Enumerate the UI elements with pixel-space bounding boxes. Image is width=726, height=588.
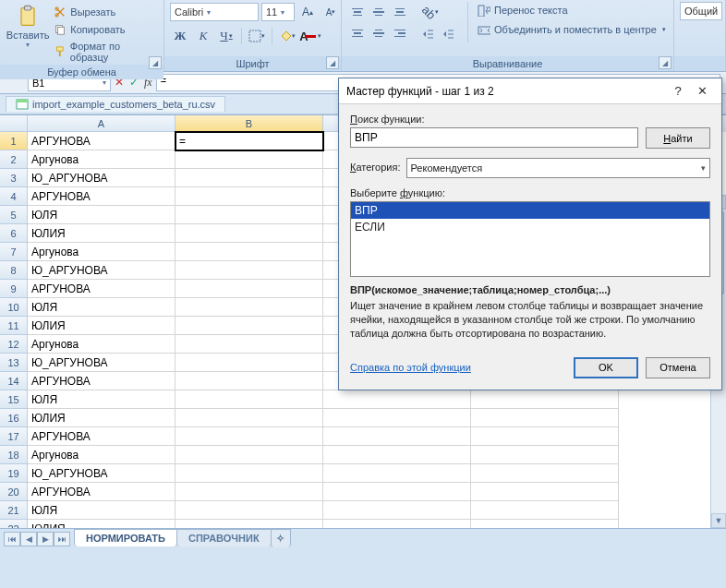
- sheet-nav-next[interactable]: ▶: [37, 532, 54, 546]
- align-dialog-launcher[interactable]: ◢: [659, 56, 672, 69]
- row-header[interactable]: 14: [0, 372, 28, 390]
- cell[interactable]: [323, 464, 471, 483]
- column-header-a[interactable]: A: [28, 115, 175, 132]
- cell[interactable]: [323, 501, 471, 520]
- function-list-item[interactable]: ВПР: [351, 202, 709, 219]
- row-header[interactable]: 21: [0, 501, 28, 520]
- dialog-close-button[interactable]: ✕: [690, 84, 714, 98]
- row-header[interactable]: 18: [0, 446, 28, 464]
- cell[interactable]: ЮЛЯ: [28, 501, 175, 520]
- cell[interactable]: Ю_АРГУНОВА: [28, 354, 175, 372]
- cell[interactable]: [175, 427, 323, 446]
- workbook-tab[interactable]: import_example_customers_beta_ru.csv: [6, 96, 225, 112]
- number-format-combo[interactable]: Общий: [680, 2, 722, 20]
- cell[interactable]: [471, 446, 619, 464]
- help-link[interactable]: Справка по этой функции: [350, 362, 471, 373]
- cell[interactable]: [175, 446, 323, 464]
- cell[interactable]: Аргунова: [28, 150, 175, 169]
- row-header[interactable]: 5: [0, 206, 28, 224]
- sheet-tab-active[interactable]: НОРМИРОВАТЬ: [74, 529, 177, 546]
- cell[interactable]: [175, 390, 323, 409]
- cell[interactable]: АРГУНОВА: [28, 427, 175, 446]
- scroll-down-button[interactable]: ▼: [711, 513, 726, 528]
- font-name-combo[interactable]: Calibri▾: [170, 3, 259, 21]
- row-header[interactable]: 12: [0, 335, 28, 354]
- cell[interactable]: ЮЛИЯ: [28, 409, 175, 427]
- font-dialog-launcher[interactable]: ◢: [326, 56, 339, 69]
- clipboard-dialog-launcher[interactable]: ◢: [149, 56, 162, 69]
- ok-button[interactable]: OK: [574, 357, 638, 378]
- cell[interactable]: [471, 501, 619, 520]
- new-sheet-button[interactable]: ✧: [271, 529, 291, 547]
- cell[interactable]: ЮЛЯ: [28, 390, 175, 409]
- row-header[interactable]: 7: [0, 243, 28, 261]
- font-color-button[interactable]: A▾: [300, 26, 321, 46]
- row-header[interactable]: 8: [0, 261, 28, 280]
- fill-color-button[interactable]: ▾: [277, 26, 297, 46]
- row-header[interactable]: 6: [0, 224, 28, 243]
- cell[interactable]: [471, 483, 619, 501]
- align-center-button[interactable]: [369, 23, 389, 43]
- align-bottom-button[interactable]: [390, 2, 410, 22]
- cell[interactable]: [323, 390, 471, 409]
- cell[interactable]: [175, 335, 323, 354]
- align-top-button[interactable]: [347, 2, 368, 22]
- grow-font-button[interactable]: A▴: [297, 2, 318, 22]
- category-combo[interactable]: Рекомендуется▾: [406, 158, 711, 178]
- cell[interactable]: [175, 169, 323, 187]
- column-header-b[interactable]: B: [175, 115, 323, 132]
- cell[interactable]: [175, 243, 323, 261]
- cell[interactable]: АРГУНОВА: [28, 483, 175, 501]
- row-header[interactable]: 9: [0, 280, 28, 298]
- row-header[interactable]: 16: [0, 409, 28, 427]
- row-header[interactable]: 13: [0, 354, 28, 372]
- search-input[interactable]: [350, 127, 638, 148]
- dialog-titlebar[interactable]: Мастер функций - шаг 1 из 2 ? ✕: [339, 78, 721, 104]
- format-painter-button[interactable]: Формат по образцу: [54, 39, 158, 65]
- cell[interactable]: [175, 354, 323, 372]
- row-header[interactable]: 1: [0, 132, 28, 150]
- cell[interactable]: Аргунова: [28, 335, 175, 354]
- sheet-tab-other[interactable]: СПРАВОЧНИК: [176, 529, 272, 546]
- cell[interactable]: [175, 409, 323, 427]
- cell[interactable]: [323, 427, 471, 446]
- underline-button[interactable]: Ч▾: [216, 26, 236, 46]
- cell[interactable]: [323, 446, 471, 464]
- copy-button[interactable]: Копировать: [54, 21, 158, 38]
- merge-center-button[interactable]: Объединить и поместить в центре▾: [478, 21, 666, 38]
- cell[interactable]: [175, 280, 323, 298]
- cell[interactable]: [175, 206, 323, 224]
- cell[interactable]: [175, 464, 323, 483]
- cell[interactable]: Аргунова: [28, 243, 175, 261]
- function-list-item[interactable]: ЕСЛИ: [351, 219, 709, 235]
- italic-button[interactable]: К: [193, 26, 213, 46]
- function-list[interactable]: ВПР ЕСЛИ: [350, 201, 710, 277]
- cut-button[interactable]: Вырезать: [54, 4, 158, 20]
- font-size-combo[interactable]: 11▾: [261, 3, 295, 21]
- cell[interactable]: ЮЛЯ: [28, 206, 175, 224]
- cell[interactable]: [175, 261, 323, 280]
- row-header[interactable]: 19: [0, 464, 28, 483]
- cell[interactable]: [175, 483, 323, 501]
- cell[interactable]: АРГУНОВА: [28, 187, 175, 206]
- cell[interactable]: ЮЛИЯ: [28, 317, 175, 335]
- align-right-button[interactable]: [390, 23, 410, 43]
- row-header[interactable]: 15: [0, 390, 28, 409]
- cell[interactable]: [175, 317, 323, 335]
- dialog-help-button[interactable]: ?: [666, 84, 690, 98]
- cell[interactable]: [175, 187, 323, 206]
- row-header[interactable]: 20: [0, 483, 28, 501]
- sheet-nav-prev[interactable]: ◀: [20, 532, 37, 546]
- cell[interactable]: [471, 427, 619, 446]
- sheet-nav-first[interactable]: ⏮: [4, 532, 20, 546]
- cell[interactable]: [471, 409, 619, 427]
- cell[interactable]: [175, 150, 323, 169]
- cell[interactable]: [175, 372, 323, 390]
- row-header[interactable]: 3: [0, 169, 28, 187]
- cell[interactable]: АРГУНОВА: [28, 280, 175, 298]
- shrink-font-button[interactable]: A▾: [321, 2, 341, 22]
- row-header[interactable]: 17: [0, 427, 28, 446]
- row-header[interactable]: 11: [0, 317, 28, 335]
- align-left-button[interactable]: [347, 23, 368, 43]
- cell[interactable]: Аргунова: [28, 446, 175, 464]
